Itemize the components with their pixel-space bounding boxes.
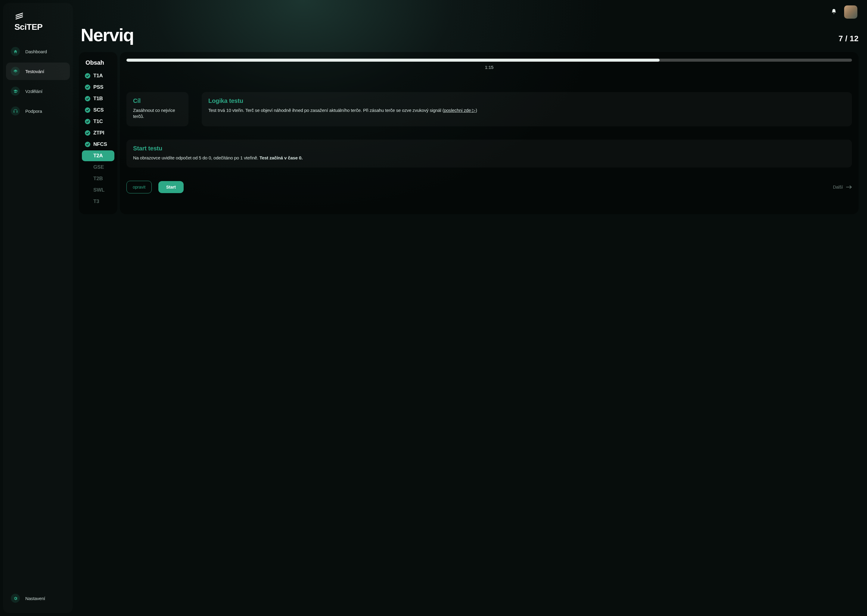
contents-panel: Obsah T1APSST1BSCST1CZTPINFCST2AGSET2BSW…	[79, 52, 117, 214]
start-card: Start testu Na obrazovce uvidíte odpočet…	[126, 140, 852, 168]
contents-item-nfcs[interactable]: NFCS	[82, 139, 114, 150]
nav-label: Testování	[25, 69, 44, 74]
start-body-prefix: Na obrazovce uvidíte odpočet od 5 do 0, …	[133, 155, 260, 160]
logic-heading: Logika testu	[208, 97, 845, 104]
check-circle-icon	[85, 141, 90, 147]
nav-label: Dashboard	[25, 49, 47, 54]
brand-logo-icon	[14, 11, 24, 21]
contents-title: Obsah	[82, 59, 114, 71]
contents-item-label: T2B	[93, 176, 103, 182]
topbar	[79, 5, 859, 19]
notifications-button[interactable]	[831, 8, 837, 16]
page-header: Nerviq 7 / 12	[79, 25, 859, 46]
contents-item-t1c[interactable]: T1C	[82, 116, 114, 127]
nav-item-support[interactable]: Podpora	[6, 102, 70, 120]
start-body: Na obrazovce uvidíte odpočet od 5 do 0, …	[133, 155, 845, 161]
contents-item-scs[interactable]: SCS	[82, 105, 114, 115]
logic-body-suffix: )	[476, 108, 477, 113]
check-circle-icon	[85, 119, 90, 124]
contents-item-gse[interactable]: GSE	[82, 162, 114, 173]
contents-item-label: T2A	[93, 153, 103, 159]
nav-label: Nastavení	[25, 596, 45, 601]
brand-name: SciTEP	[14, 22, 43, 32]
workspace: Obsah T1APSST1BSCST1CZTPINFCST2AGSET2BSW…	[79, 52, 859, 214]
brand: SciTEP	[6, 9, 70, 39]
nav-label: Vzdělání	[25, 89, 43, 94]
contents-item-label: SWL	[93, 187, 104, 193]
sidebar: SciTEP Dashboard Testování Vzdělání Podp…	[3, 3, 73, 613]
nav-item-education[interactable]: Vzdělání	[6, 82, 70, 100]
contents-item-label: T1B	[93, 96, 103, 102]
listen-link[interactable]: poslechni zde ▷	[444, 108, 476, 113]
logic-body: Test trvá 10 vteřin. Terč se objeví náho…	[208, 107, 845, 113]
arrow-right-icon	[846, 185, 852, 189]
check-circle-icon	[85, 107, 90, 113]
check-circle-icon	[85, 85, 90, 90]
contents-item-pss[interactable]: PSS	[82, 82, 114, 93]
contents-item-label: ZTPI	[93, 130, 104, 136]
check-circle-icon	[85, 73, 90, 79]
contents-item-label: PSS	[93, 84, 104, 90]
next-label: Další	[833, 184, 843, 190]
home-icon	[11, 47, 20, 56]
contents-item-swl[interactable]: SWL	[82, 185, 114, 195]
info-cards-row: Cíl Zasáhnout co nejvíce terčů. Logika t…	[126, 92, 852, 126]
contents-item-ztpi[interactable]: ZTPI	[82, 127, 114, 138]
contents-item-t1b[interactable]: T1B	[82, 93, 114, 104]
contents-item-label: T1C	[93, 118, 103, 124]
contents-item-t2a[interactable]: T2A	[82, 150, 114, 161]
test-area: 1:15 Cíl Zasáhnout co nejvíce terčů. Log…	[120, 52, 859, 214]
contents-item-label: GSE	[93, 164, 104, 170]
contents-item-label: T1A	[93, 73, 103, 79]
gear-icon	[11, 594, 20, 603]
progress-bar	[126, 59, 852, 62]
bell-icon	[831, 8, 837, 14]
main: Nerviq 7 / 12 Obsah T1APSST1BSCST1CZTPIN…	[76, 0, 867, 616]
contents-item-label: T3	[93, 198, 99, 204]
check-circle-icon	[85, 130, 90, 136]
logic-body-prefix: Test trvá 10 vteřin. Terč se objeví náho…	[208, 108, 444, 113]
page-counter: 7 / 12	[839, 34, 859, 43]
contents-list: T1APSST1BSCST1CZTPINFCST2AGSET2BSWLT3	[82, 71, 114, 207]
headphones-icon	[11, 107, 20, 115]
goal-body: Zasáhnout co nejvíce terčů.	[133, 107, 182, 120]
contents-item-t1a[interactable]: T1A	[82, 71, 114, 81]
logic-card: Logika testu Test trvá 10 vteřin. Terč s…	[202, 92, 852, 126]
user-avatar[interactable]	[844, 5, 858, 19]
nav-item-settings[interactable]: Nastavení	[6, 589, 70, 607]
nav-label: Podpora	[25, 108, 42, 114]
next-button[interactable]: Další	[833, 184, 852, 190]
graduation-icon	[11, 86, 20, 96]
sidebar-nav: Dashboard Testování Vzdělání Podpora	[6, 43, 70, 120]
check-circle-icon	[85, 96, 90, 101]
start-body-strong: Test začíná v čase 0.	[260, 155, 303, 160]
contents-item-label: NFCS	[93, 141, 107, 148]
nav-item-dashboard[interactable]: Dashboard	[6, 43, 70, 60]
contents-item-t2b[interactable]: T2B	[82, 173, 114, 184]
goal-card: Cíl Zasáhnout co nejvíce terčů.	[126, 92, 188, 126]
goal-heading: Cíl	[133, 97, 182, 104]
page-title: Nerviq	[81, 25, 134, 46]
start-heading: Start testu	[133, 145, 845, 152]
nav-item-testing[interactable]: Testování	[6, 63, 70, 80]
timer: 1:15	[126, 64, 852, 70]
progress-fill	[126, 59, 660, 62]
start-button[interactable]: Start	[158, 181, 184, 193]
layers-icon	[11, 67, 20, 76]
contents-item-label: SCS	[93, 107, 104, 113]
contents-item-t3[interactable]: T3	[82, 196, 114, 207]
correct-button[interactable]: opravit	[126, 181, 152, 193]
actions-row: opravit Start Další	[126, 181, 852, 193]
